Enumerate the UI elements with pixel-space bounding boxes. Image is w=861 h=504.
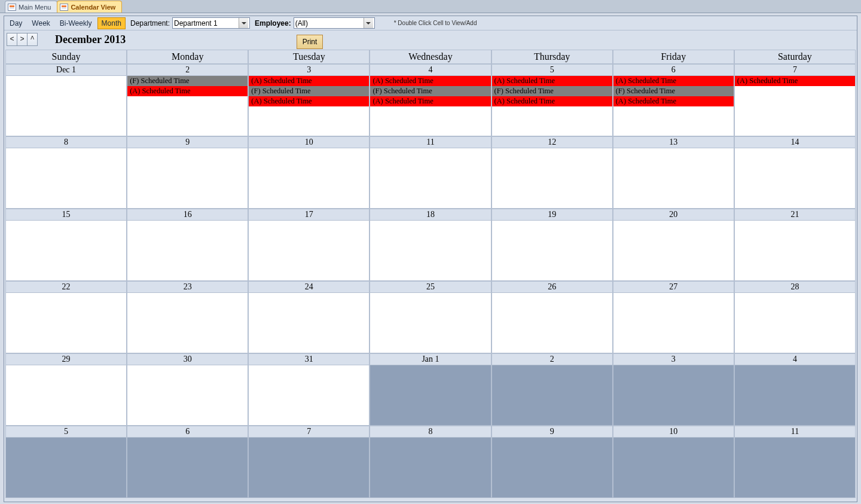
- scheduled-event[interactable]: (A) Scheduled Time: [127, 86, 248, 96]
- day-cell[interactable]: 10: [248, 136, 370, 209]
- day-cell[interactable]: 4(A) Scheduled Time(F) Scheduled Time(A)…: [370, 64, 491, 136]
- print-button[interactable]: Print: [297, 35, 323, 49]
- scheduled-event[interactable]: (A) Scheduled Time: [613, 76, 734, 86]
- day-cell[interactable]: 13: [613, 136, 734, 209]
- day-cell[interactable]: 3(A) Scheduled Time(F) Scheduled Time(A)…: [248, 64, 370, 136]
- day-cell[interactable]: 30: [127, 353, 248, 426]
- prev-month-button[interactable]: <: [7, 33, 17, 46]
- day-cell[interactable]: 14: [734, 136, 856, 209]
- day-body[interactable]: (A) Scheduled Time(F) Scheduled Time(A) …: [370, 76, 490, 136]
- scheduled-event[interactable]: (F) Scheduled Time: [492, 86, 612, 96]
- day-cell[interactable]: 23: [127, 281, 248, 353]
- day-body[interactable]: [370, 293, 490, 353]
- tab-main-menu[interactable]: Main Menu: [5, 1, 57, 13]
- day-body[interactable]: [735, 438, 855, 497]
- day-cell[interactable]: 26: [491, 281, 613, 353]
- day-cell[interactable]: 6(A) Scheduled Time(F) Scheduled Time(A)…: [613, 64, 734, 136]
- scheduled-event[interactable]: (A) Scheduled Time: [249, 96, 369, 106]
- day-cell[interactable]: 9: [491, 426, 613, 498]
- day-body[interactable]: [613, 365, 734, 425]
- scheduled-event[interactable]: (A) Scheduled Time: [492, 76, 612, 86]
- view-month-button[interactable]: Month: [97, 17, 126, 29]
- day-cell[interactable]: 16: [127, 209, 248, 281]
- day-body[interactable]: [127, 365, 248, 425]
- day-cell[interactable]: 3: [613, 353, 734, 426]
- day-cell[interactable]: 24: [248, 281, 370, 353]
- day-body[interactable]: [370, 221, 490, 280]
- view-week-button[interactable]: Week: [28, 17, 54, 29]
- day-cell[interactable]: 29: [5, 353, 127, 426]
- day-cell[interactable]: 20: [613, 209, 734, 281]
- day-cell[interactable]: 2: [491, 353, 613, 426]
- day-body[interactable]: [6, 293, 126, 353]
- day-body[interactable]: [613, 438, 734, 497]
- day-cell[interactable]: 28: [734, 281, 856, 353]
- day-cell[interactable]: 12: [491, 136, 613, 209]
- day-body[interactable]: [6, 221, 126, 280]
- day-cell[interactable]: 5: [5, 426, 127, 498]
- day-body[interactable]: [492, 365, 612, 425]
- scheduled-event[interactable]: (F) Scheduled Time: [613, 86, 734, 96]
- day-body[interactable]: [249, 293, 369, 353]
- scheduled-event[interactable]: (A) Scheduled Time: [249, 76, 369, 86]
- day-cell[interactable]: 11: [370, 136, 491, 209]
- day-body[interactable]: (A) Scheduled Time(F) Scheduled Time(A) …: [249, 76, 369, 136]
- day-body[interactable]: [492, 148, 612, 208]
- day-body[interactable]: [735, 221, 855, 280]
- day-body[interactable]: [249, 148, 369, 208]
- scheduled-event[interactable]: (A) Scheduled Time: [613, 96, 734, 106]
- day-body[interactable]: [127, 148, 248, 208]
- day-cell[interactable]: 18: [370, 209, 491, 281]
- day-body[interactable]: [370, 438, 490, 497]
- day-body[interactable]: [127, 438, 248, 497]
- day-body[interactable]: [370, 365, 490, 425]
- day-body[interactable]: [492, 293, 612, 353]
- day-cell[interactable]: 8: [370, 426, 491, 498]
- day-body[interactable]: [613, 221, 734, 280]
- day-cell[interactable]: 10: [613, 426, 734, 498]
- day-cell[interactable]: 27: [613, 281, 734, 353]
- day-cell[interactable]: 8: [5, 136, 127, 209]
- day-body[interactable]: [613, 148, 734, 208]
- day-body[interactable]: [613, 293, 734, 353]
- scheduled-event[interactable]: (A) Scheduled Time: [735, 76, 855, 86]
- day-body[interactable]: (A) Scheduled Time: [735, 76, 855, 136]
- day-cell[interactable]: 17: [248, 209, 370, 281]
- view-biweekly-button[interactable]: Bi-Weekly: [56, 17, 96, 29]
- day-cell[interactable]: 15: [5, 209, 127, 281]
- day-cell[interactable]: 22: [5, 281, 127, 353]
- day-cell[interactable]: 7: [248, 426, 370, 498]
- day-body[interactable]: [735, 148, 855, 208]
- day-body[interactable]: [6, 438, 126, 497]
- day-cell[interactable]: 9: [127, 136, 248, 209]
- day-body[interactable]: [6, 365, 126, 425]
- scheduled-event[interactable]: (A) Scheduled Time: [492, 96, 612, 106]
- day-cell[interactable]: Dec 1: [5, 64, 127, 136]
- day-cell[interactable]: 4: [734, 353, 856, 426]
- day-body[interactable]: [370, 148, 490, 208]
- day-body[interactable]: [127, 293, 248, 353]
- day-body[interactable]: [249, 438, 369, 497]
- scheduled-event[interactable]: (A) Scheduled Time: [370, 76, 490, 86]
- day-body[interactable]: [249, 221, 369, 280]
- department-select[interactable]: Department 1: [172, 17, 250, 29]
- day-body[interactable]: (A) Scheduled Time(F) Scheduled Time(A) …: [492, 76, 612, 136]
- next-month-button[interactable]: >: [17, 33, 28, 46]
- day-body[interactable]: [492, 438, 612, 497]
- day-body[interactable]: (F) Scheduled Time(A) Scheduled Time: [127, 76, 248, 136]
- day-body[interactable]: [492, 221, 612, 280]
- scheduled-event[interactable]: (F) Scheduled Time: [249, 86, 369, 96]
- day-body[interactable]: (A) Scheduled Time(F) Scheduled Time(A) …: [613, 76, 734, 136]
- day-cell[interactable]: 31: [248, 353, 370, 426]
- scheduled-event[interactable]: (F) Scheduled Time: [127, 76, 248, 86]
- day-cell[interactable]: Jan 1: [370, 353, 491, 426]
- scheduled-event[interactable]: (A) Scheduled Time: [370, 96, 490, 106]
- today-button[interactable]: ^: [27, 33, 38, 46]
- tab-calendar-view[interactable]: Calendar View: [57, 1, 122, 13]
- day-body[interactable]: [6, 148, 126, 208]
- view-day-button[interactable]: Day: [5, 17, 26, 29]
- employee-select[interactable]: (All): [294, 17, 375, 29]
- day-body[interactable]: [249, 365, 369, 425]
- day-body[interactable]: [127, 221, 248, 280]
- day-cell[interactable]: 25: [370, 281, 491, 353]
